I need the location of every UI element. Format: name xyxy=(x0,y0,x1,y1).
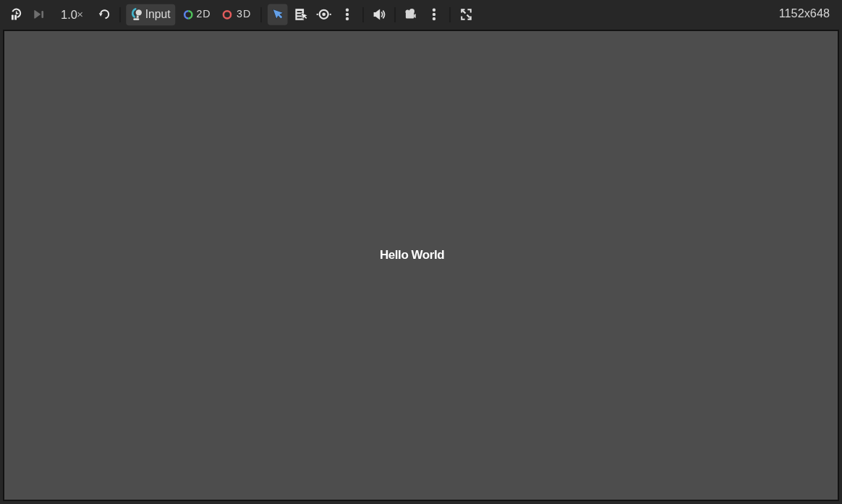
svg-text:1152x648: 1152x648 xyxy=(779,7,830,20)
svg-text:2D: 2D xyxy=(197,8,211,20)
svg-text:1.0: 1.0 xyxy=(61,8,77,21)
svg-text:×: × xyxy=(77,8,83,20)
svg-text:Input: Input xyxy=(145,8,171,20)
svg-text:3D: 3D xyxy=(237,8,251,20)
